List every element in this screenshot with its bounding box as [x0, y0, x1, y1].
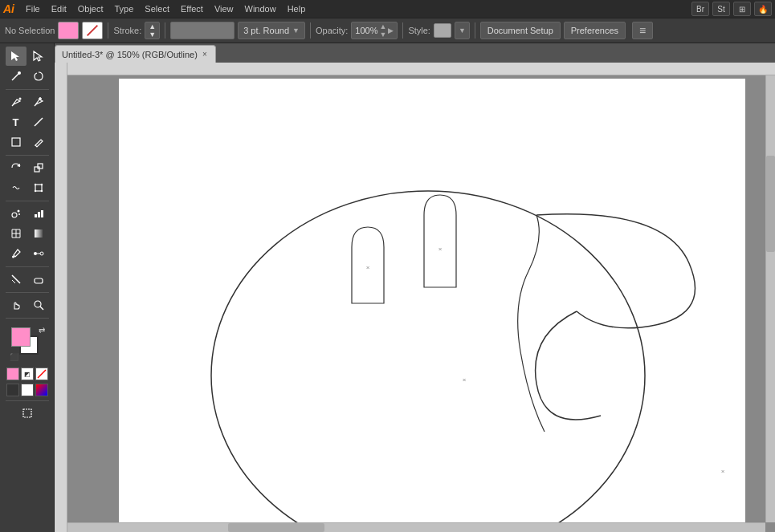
- white-stroke-btn[interactable]: [21, 384, 34, 396]
- document-setup-button[interactable]: Document Setup: [480, 22, 561, 39]
- tool-row-11: [0, 270, 54, 289]
- select-tool[interactable]: [6, 47, 27, 66]
- hand-tool[interactable]: [6, 295, 27, 315]
- gradient-tool[interactable]: [28, 224, 49, 243]
- menu-edit[interactable]: Edit: [47, 2, 71, 15]
- svg-line-29: [12, 280, 15, 283]
- sync-icon[interactable]: 🔥: [754, 2, 772, 16]
- menu-effect[interactable]: Effect: [176, 2, 208, 15]
- fill-swatch-panel[interactable]: [11, 327, 31, 347]
- fill-swatch[interactable]: [58, 22, 79, 39]
- lasso-tool[interactable]: [28, 67, 49, 86]
- horizontal-scrollbar[interactable]: [67, 522, 765, 532]
- menu-object[interactable]: Object: [73, 2, 108, 15]
- stroke-weight-select[interactable]: 3 pt. Round ▼: [238, 22, 305, 39]
- swap-colors-icon[interactable]: ⇄: [39, 326, 45, 335]
- slice-tool[interactable]: [6, 270, 27, 289]
- document-tab[interactable]: Untitled-3* @ 150% (RGB/Outline) ×: [55, 45, 216, 63]
- rect-tool[interactable]: [6, 132, 27, 152]
- svg-rect-34: [23, 409, 31, 417]
- line-tool[interactable]: [28, 112, 49, 132]
- tool-row-7: [0, 178, 54, 197]
- free-transform-tool[interactable]: [28, 178, 49, 197]
- svg-text:×: ×: [366, 264, 370, 271]
- workspace-icon[interactable]: ⊞: [733, 2, 751, 16]
- divider-3: [310, 22, 311, 39]
- menu-bar: Ai File Edit Object Type Select Effect V…: [0, 0, 775, 18]
- symbol-sprayer-tool[interactable]: [6, 204, 27, 223]
- style-swatch[interactable]: [434, 23, 451, 38]
- pen-tool[interactable]: [6, 92, 27, 112]
- opacity-dropdown: ▶: [388, 26, 394, 35]
- none-mode-btn[interactable]: [35, 368, 48, 380]
- gradient-mode-btn[interactable]: ◩: [21, 368, 34, 380]
- vertical-scrollbar[interactable]: [765, 75, 775, 522]
- reset-colors-icon[interactable]: ⬛: [10, 353, 18, 361]
- menu-select[interactable]: Select: [140, 2, 174, 15]
- divider-4: [402, 22, 403, 39]
- menu-bar-right-icons: Br St ⊞ 🔥: [691, 2, 772, 16]
- opacity-value: 100%: [355, 26, 377, 35]
- style-dropdown[interactable]: ▼: [455, 22, 470, 39]
- magic-wand-tool[interactable]: [6, 67, 27, 86]
- svg-rect-20: [35, 214, 37, 217]
- menu-file[interactable]: File: [21, 2, 45, 15]
- tool-row-8: [0, 204, 54, 223]
- svg-point-14: [40, 184, 42, 185]
- tool-row-9: [0, 224, 54, 243]
- zoom-tool[interactable]: [28, 295, 49, 315]
- bridge-icon[interactable]: Br: [691, 2, 709, 16]
- svg-point-35: [211, 191, 645, 528]
- blend-tool[interactable]: [28, 244, 49, 263]
- mesh-tool[interactable]: [6, 224, 27, 243]
- menu-help[interactable]: Help: [283, 2, 311, 15]
- preferences-button[interactable]: Preferences: [564, 22, 626, 39]
- stroke-weight-bar: [170, 22, 235, 39]
- canvas-inner[interactable]: × × × ×: [55, 63, 775, 532]
- menu-type[interactable]: Type: [110, 2, 139, 15]
- stroke-preview[interactable]: [82, 22, 103, 39]
- scale-tool[interactable]: [28, 158, 49, 177]
- tool-sep-3: [6, 201, 49, 201]
- selection-label: No Selection: [5, 26, 55, 35]
- tool-row-2: [0, 67, 54, 86]
- svg-rect-8: [12, 138, 20, 146]
- tool-row-5: [0, 132, 54, 152]
- style-arrow: ▼: [459, 26, 466, 35]
- svg-point-16: [34, 190, 35, 192]
- direct-select-tool[interactable]: [28, 47, 49, 66]
- svg-point-26: [40, 252, 43, 255]
- tool-sep-7: [6, 400, 49, 401]
- arrange-icon-btn[interactable]: ≡: [632, 22, 653, 39]
- color-mode-btn[interactable]: [6, 368, 19, 380]
- opacity-control[interactable]: 100% ▲▼ ▶: [351, 22, 398, 39]
- svg-point-4: [18, 98, 21, 100]
- svg-point-24: [12, 256, 14, 258]
- warp-tool[interactable]: [6, 178, 27, 197]
- svg-point-31: [35, 301, 41, 307]
- stroke-arrows[interactable]: ▲▼: [145, 22, 160, 39]
- rotate-tool[interactable]: [6, 158, 27, 177]
- color-mode-row: ◩: [6, 368, 48, 380]
- menu-window[interactable]: Window: [240, 2, 281, 15]
- black-stroke-btn[interactable]: [6, 384, 19, 396]
- left-toolbar: T: [0, 43, 55, 532]
- eraser-tool[interactable]: [28, 270, 49, 289]
- menu-view[interactable]: View: [210, 2, 239, 15]
- svg-point-25: [34, 252, 37, 255]
- close-tab-button[interactable]: ×: [201, 50, 209, 59]
- eyedropper-tool[interactable]: [6, 244, 27, 263]
- add-anchor-tool[interactable]: [28, 92, 49, 112]
- stroke-line-indicator: [87, 25, 98, 36]
- color-stroke-btn[interactable]: [35, 384, 48, 396]
- artboard-tool[interactable]: [17, 404, 38, 423]
- pencil-tool[interactable]: [28, 132, 49, 152]
- tool-row-4: T: [0, 112, 54, 132]
- stock-icon[interactable]: St: [712, 2, 730, 16]
- column-graph-tool[interactable]: [28, 204, 49, 223]
- type-tool[interactable]: T: [6, 112, 27, 132]
- svg-rect-23: [35, 229, 43, 238]
- app-logo: Ai: [3, 2, 14, 15]
- tab-bar: Untitled-3* @ 150% (RGB/Outline) ×: [55, 43, 775, 63]
- document-tab-title: Untitled-3* @ 150% (RGB/Outline): [62, 50, 198, 59]
